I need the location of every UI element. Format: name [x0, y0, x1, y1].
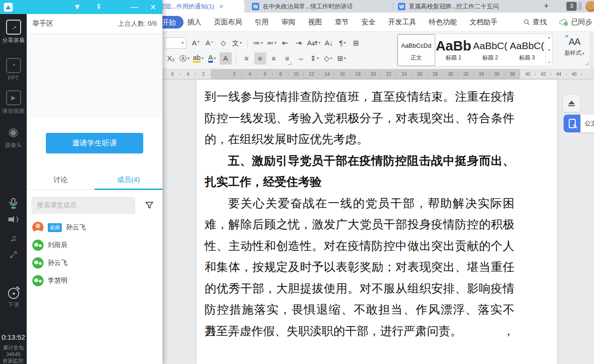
play-video-icon: ▶ [6, 90, 21, 105]
pin-icon[interactable] [92, 0, 106, 14]
ruler-cell: 16 [335, 69, 350, 79]
align-center[interactable]: ≡ [254, 52, 266, 65]
official-doc-assistant-button[interactable] [564, 115, 580, 132]
fullscreen-button[interactable]: ⤢ [0, 250, 27, 259]
member-row[interactable]: 李慧明 [27, 272, 162, 290]
phonetic-guide[interactable]: 文 [231, 37, 243, 49]
menu-item[interactable]: 文档助手 [469, 18, 498, 27]
sort[interactable]: A↓ [323, 37, 335, 49]
menu-item[interactable]: 特色功能 [429, 18, 457, 27]
char-scale[interactable]: A⇄ [306, 37, 322, 49]
menu-item[interactable]: 插入 [187, 18, 201, 27]
font-size-select[interactable] [165, 37, 186, 49]
find-menu[interactable]: 查找 [523, 18, 547, 27]
music-note-icon: ♫ [10, 234, 17, 242]
group-corner-mark [585, 62, 588, 65]
distribute[interactable]: ⇔ [295, 52, 307, 65]
new-style-button[interactable]: 新样式 [559, 36, 590, 57]
justify[interactable]: ≡ [281, 52, 293, 65]
menu-item[interactable]: 页面布局 [214, 18, 242, 27]
panel-titlebar[interactable]: ▼ — ✕ [0, 0, 162, 14]
user-avatar[interactable] [586, 1, 594, 12]
line-spacing[interactable]: ⇕ [308, 52, 321, 65]
increase-indent[interactable]: ⇥ [293, 37, 305, 49]
minimize-icon[interactable]: — [127, 0, 141, 14]
collapse-toolbar-button[interactable] [563, 95, 580, 112]
highlight[interactable]: ab [192, 52, 205, 65]
filter-funnel-icon[interactable] [145, 201, 154, 210]
increase-font[interactable]: A⁺ [190, 37, 202, 49]
number-list[interactable]: ≕ [265, 37, 278, 49]
app-logo-icon [4, 3, 13, 12]
document-page[interactable]: 到一线参与疫情排查防控值班，直至疫情结束。注重在疫情防控一线发现、考验入党积极分… [197, 80, 557, 364]
chevron-down-icon[interactable]: ▼ [70, 0, 84, 14]
close-icon[interactable]: ✕ [146, 0, 160, 14]
font-color[interactable]: A [206, 52, 218, 65]
music-button[interactable]: ♫ [0, 234, 27, 242]
char-border[interactable]: Ⓐ [178, 52, 191, 65]
sidebar-item-ppt[interactable]: ◔ PPT [0, 58, 27, 81]
align-left[interactable]: ≡ [241, 52, 253, 65]
menu-item[interactable]: 安全 [361, 18, 375, 27]
wps-writer-icon: W [398, 3, 405, 10]
sidebar-item-camera[interactable]: ◉ 摄像头 [0, 124, 27, 149]
menu-item[interactable]: 引用 [255, 18, 269, 27]
collapsed-panel-edge [590, 32, 594, 69]
member-row-teacher[interactable]: 老师 孙云飞 [27, 218, 162, 236]
doc-tab-1[interactable]: 控阻...作用的通知(1) ✕ [154, 0, 244, 13]
char-shading[interactable]: A [220, 52, 232, 65]
invite-students-button[interactable]: 邀请学生听课 [46, 133, 143, 153]
sidebar-item-share-screen[interactable]: → 分享屏幕 [0, 20, 27, 44]
paragraph-mark[interactable]: ¶ [337, 37, 349, 49]
document-text: 到一线参与疫情排查防控值班，直至疫情结束。注重在疫情防控一线发现、考验入党积极分… [205, 86, 514, 342]
member-search-input[interactable]: 搜索课堂成员 [31, 197, 135, 214]
menu-item[interactable]: 开发工具 [388, 18, 416, 27]
member-row[interactable]: 刘雨辰 [27, 236, 162, 254]
mic-level-indicator [11, 207, 16, 209]
stage-count: 上台人数: 0/6 [118, 20, 157, 28]
microphone-toggle[interactable] [0, 198, 27, 209]
document-line: 防控一线发现、考验入党积极分子，对表现突出、符合条件 [205, 108, 514, 129]
subscript[interactable]: X₂ [165, 52, 177, 65]
scroll-down-icon[interactable]: ▼ [548, 48, 551, 51]
panel-content: 举手区 上台人数: 0/6 邀请学生听课 讨论 成员(4) 搜索课堂成员 [27, 14, 162, 364]
doc-tab-3[interactable]: W 直属高校新冠肺...控工作二十五问 [393, 0, 536, 13]
ruler-cell: 30 [443, 69, 458, 79]
teacher-badge: 老师 [48, 223, 62, 232]
camera-icon: ◉ [8, 126, 18, 138]
group-corner-mark [288, 62, 291, 65]
ruler-cell: 34 [474, 69, 489, 79]
styles-gallery: AaBbCcDd 正文 AaBb 标题 1 AaBbC( 标题 2 [397, 34, 553, 66]
menu-item[interactable]: 审阅 [281, 18, 295, 27]
bullet-list[interactable]: ≔ [252, 37, 264, 49]
tab-members[interactable]: 成员(4) [95, 170, 162, 189]
sidebar-item-play-video[interactable]: ▶ 播放视频 [0, 90, 27, 115]
new-tab-button[interactable]: + [539, 0, 553, 13]
share-screen-icon: → [6, 20, 21, 35]
tab-discussion[interactable]: 讨论 [27, 170, 95, 189]
menu-item[interactable]: 章节 [335, 18, 349, 27]
scroll-up-icon[interactable]: ▲ [548, 36, 551, 39]
member-name: 李慧明 [48, 277, 67, 285]
align-right[interactable]: ≡ [268, 52, 280, 65]
sync-status[interactable]: 已同步 [559, 18, 592, 27]
borders[interactable]: ⊞ [336, 52, 348, 65]
doc-tab-2[interactable]: W 在中央政治局常...情工作时的讲话 [247, 0, 391, 13]
end-class-button[interactable]: 下课 [0, 288, 27, 309]
more-styles-icon[interactable]: ⏷ [548, 61, 550, 65]
ruler-cell: 18 [350, 69, 366, 79]
speaker-toggle[interactable] [0, 216, 27, 223]
decrease-indent[interactable]: ⇤ [279, 37, 291, 49]
official-doc-flyout[interactable]: 公文 [580, 115, 594, 132]
message-count-badge[interactable]: 3 [566, 2, 577, 11]
shading-fill[interactable]: ◇ [322, 52, 334, 65]
insert-table[interactable]: ⊞ [350, 37, 362, 49]
decrease-font[interactable]: A⁻ [204, 37, 216, 49]
menu-item[interactable]: 视图 [308, 18, 322, 27]
close-tab-icon[interactable]: ✕ [219, 3, 224, 10]
clear-format[interactable]: ◇ [217, 37, 229, 49]
member-row[interactable]: 孙云飞 [27, 254, 162, 272]
toolbar-row-1: A⁺A⁻◇文≔≕⇤⇥A⇄A↓¶⊞ [165, 35, 362, 51]
styles-scrollbar[interactable]: ▲ ▼ ⏷ [545, 34, 552, 66]
document-line: 五、激励引导党员干部在疫情防控阻击战中挺身而出、 [205, 150, 514, 172]
